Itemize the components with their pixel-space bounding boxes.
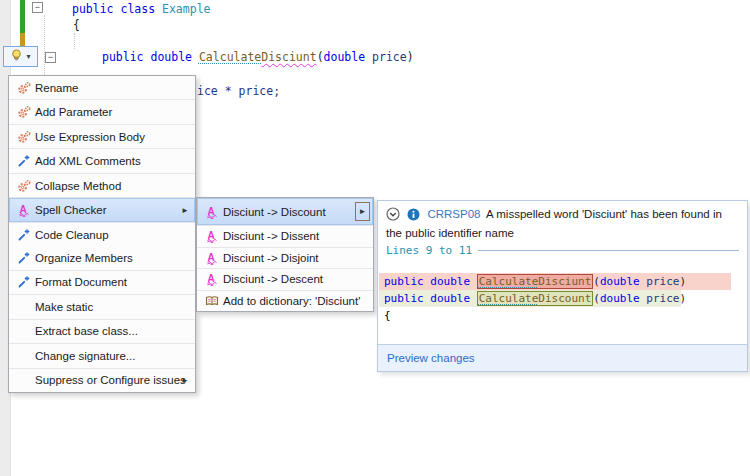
method-name-prefix: Calculate: [479, 275, 539, 288]
submenu-arrow-icon: ►: [181, 376, 189, 385]
menu-item-rename[interactable]: Rename: [9, 76, 195, 99]
parameter: price: [365, 50, 407, 64]
spell-icon: A: [201, 229, 223, 243]
menu-item-label: Extract base class...: [35, 325, 138, 337]
menu-item-label: Add XML Comments: [35, 155, 141, 167]
preview-footer: Preview changes: [378, 344, 747, 371]
menu-item-label: Spell Checker: [35, 204, 107, 216]
menu-item-code-cleanup[interactable]: Code Cleanup: [9, 222, 195, 246]
info-icon: [407, 208, 420, 225]
indent-guide: [74, 33, 75, 49]
method-name-prefix: Calculate: [199, 50, 261, 64]
wand-icon: [13, 154, 35, 168]
menu-item-label: Disciunt -> Discount: [223, 206, 326, 218]
punctuation: (: [593, 290, 600, 307]
issue-code-link[interactable]: CRRSP08: [427, 208, 480, 220]
collapse-marker-icon[interactable]: −: [32, 2, 43, 13]
preview-line-old: public double CalculateDisciunt(double p…: [379, 273, 731, 290]
menu-item-label: Make static: [35, 301, 93, 313]
keyword: public double: [102, 50, 199, 64]
menu-item-use-expression-body[interactable]: Use Expression Body: [9, 124, 195, 148]
book-icon: [201, 294, 223, 308]
divider: [478, 250, 739, 251]
keyword: double: [600, 273, 640, 290]
keyword: public double: [384, 273, 477, 290]
menu-item-format-document[interactable]: Format Document: [9, 270, 195, 294]
preview-changes-link[interactable]: Preview changes: [387, 352, 475, 364]
menu-item-extract-base-class[interactable]: Extract base class...: [9, 319, 195, 343]
preview-line-brace: {: [379, 307, 746, 324]
keyword: public class: [72, 2, 162, 16]
spell-icon: A: [201, 272, 223, 286]
wand-icon: [13, 228, 35, 242]
svg-text:A: A: [20, 204, 27, 215]
submenu-item-disciunt-discount[interactable]: ADisciunt -> Discount►: [197, 198, 373, 225]
wand-icon: [13, 251, 35, 265]
context-menu: RenameAdd ParameterUse Expression BodyAd…: [8, 75, 196, 393]
gear-icon: [13, 81, 35, 95]
submenu-item-add-to-dictionary-disciunt[interactable]: Add to dictionary: 'Disciunt': [197, 290, 373, 312]
old-identifier-box: CalculateDisciunt: [477, 274, 594, 289]
keyword: double: [600, 290, 640, 307]
submenu-item-disciunt-dissent[interactable]: ADisciunt -> Dissent: [197, 225, 373, 247]
keyword: public double: [384, 290, 477, 307]
chevron-circle-icon[interactable]: [386, 207, 400, 225]
preview-code: public double CalculateDisciunt(double p…: [379, 273, 746, 324]
collapse-marker-icon[interactable]: −: [45, 52, 56, 63]
menu-item-label: Disciunt -> Descent: [223, 273, 323, 285]
refactor-options-button[interactable]: ►: [355, 202, 370, 221]
submenu-item-disciunt-descent[interactable]: ADisciunt -> Descent: [197, 268, 373, 290]
menu-item-label: Suppress or Configure issues: [35, 374, 186, 386]
spell-checker-submenu: ADisciunt -> Discount►ADisciunt -> Disse…: [196, 197, 374, 312]
menu-item-collapse-method[interactable]: Collapse Method: [9, 173, 195, 197]
menu-item-label: Format Document: [35, 276, 127, 288]
menu-item-label: Use Expression Body: [35, 131, 145, 143]
svg-text:A: A: [208, 205, 215, 216]
change-bar-saved: [20, 0, 25, 33]
menu-item-label: Code Cleanup: [35, 229, 109, 241]
lines-range-row: Lines 9 to 11: [386, 244, 739, 257]
menu-item-label: Add Parameter: [35, 106, 112, 118]
corrected-word: Discount: [538, 292, 591, 305]
submenu-arrow-icon: ►: [181, 206, 189, 215]
menu-item-organize-members[interactable]: Organize Members: [9, 246, 195, 269]
menu-item-label: Organize Members: [35, 252, 133, 264]
spell-icon: A: [201, 205, 223, 219]
punctuation: ): [679, 273, 686, 290]
svg-text:A: A: [208, 273, 215, 284]
parameter: price: [640, 290, 680, 307]
menu-item-label: Change signature...: [35, 350, 135, 362]
spell-icon: A: [13, 203, 35, 217]
class-name: Example: [162, 2, 210, 16]
code-line-return-fragment: ice * price;: [197, 84, 280, 98]
keyword: double: [324, 50, 366, 64]
menu-item-add-xml-comments[interactable]: Add XML Comments: [9, 148, 195, 172]
punctuation: (: [317, 50, 324, 64]
lightbulb-actions-button[interactable]: ▾: [3, 46, 38, 67]
code-line-method: public double CalculateDisciunt(double p…: [102, 50, 414, 64]
gear-icon: [13, 105, 35, 119]
menu-item-spell-checker[interactable]: ASpell Checker►: [9, 197, 195, 221]
issue-popup: CRRSP08 A misspelled word 'Disciunt' has…: [377, 200, 748, 372]
code-line-class: public class Example: [72, 2, 210, 16]
lightbulb-icon: [10, 48, 23, 66]
submenu-item-disciunt-disjoint[interactable]: ADisciunt -> Disjoint: [197, 247, 373, 269]
gear-icon: [13, 130, 35, 144]
punctuation: ): [407, 50, 414, 64]
vs-editor-screenshot: − − public class Example { public double…: [0, 0, 750, 476]
menu-item-suppress-or-configure-issues[interactable]: Suppress or Configure issues►: [9, 368, 195, 392]
misspelled-word: Disciunt: [261, 50, 316, 64]
menu-item-change-signature[interactable]: Change signature...: [9, 343, 195, 367]
preview-line-new: public double CalculateDiscount(double p…: [379, 290, 681, 307]
lines-range-label: Lines 9 to 11: [386, 244, 472, 257]
menu-item-add-parameter[interactable]: Add Parameter: [9, 99, 195, 123]
svg-text:A: A: [208, 230, 215, 241]
punctuation: (: [593, 273, 600, 290]
issue-header: CRRSP08 A misspelled word 'Disciunt' has…: [378, 201, 747, 241]
menu-item-label: Add to dictionary: 'Disciunt': [223, 295, 360, 307]
menu-item-label: Rename: [35, 82, 78, 94]
method-name-prefix: Calculate: [479, 292, 539, 305]
punctuation: ): [679, 290, 686, 307]
chevron-down-icon: ▾: [26, 52, 30, 61]
menu-item-make-static[interactable]: Make static: [9, 294, 195, 318]
